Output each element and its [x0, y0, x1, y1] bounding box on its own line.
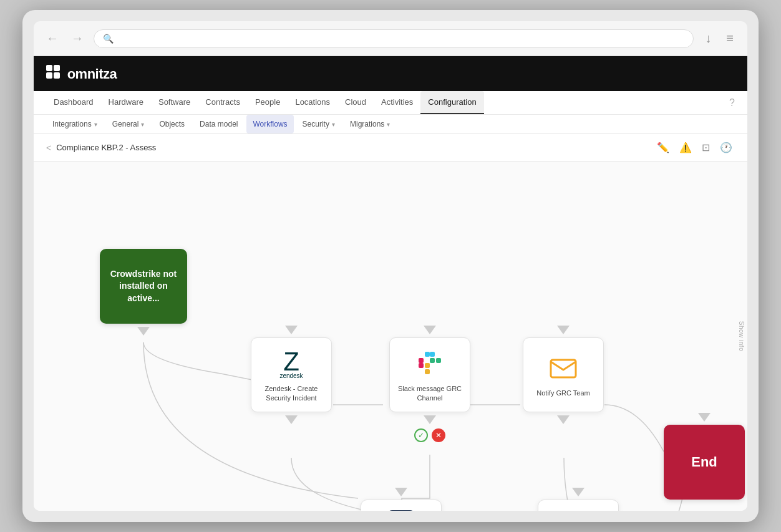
slack-connector-bottom — [421, 414, 439, 426]
breadcrumb-bar: < Compliance KBP.2 - Assess ✏️ ⚠️ ⊡ 🕐 — [34, 134, 747, 162]
notify-connector-bottom — [555, 414, 572, 426]
back-button[interactable]: ← — [44, 29, 61, 48]
zendesk-close-card[interactable]: Z zendesk Zendesk - Close Ticket — [538, 500, 619, 511]
show-info-container: Show info — [735, 316, 747, 356]
jamf-node[interactable]: j Jamf Deploy Crowdstrike ✓ ✕ — [361, 486, 442, 511]
svg-rect-7 — [425, 352, 430, 357]
sub-nav-security[interactable]: Security ▾ — [296, 115, 341, 133]
slack-success-badge[interactable]: ✓ — [414, 428, 428, 442]
help-icon[interactable]: ? — [729, 97, 735, 109]
top-nav: omnitza — [34, 56, 747, 91]
svg-rect-15 — [386, 510, 416, 511]
nav-cloud[interactable]: Cloud — [337, 91, 374, 114]
zendesk-create-label: Zendesk - Create Security Incident — [251, 384, 331, 404]
sub-nav-workflows[interactable]: Workflows — [246, 115, 293, 133]
svg-text:zendesk: zendesk — [279, 372, 303, 379]
svg-text:Z: Z — [283, 347, 299, 376]
zendesk-close-connector-top — [570, 486, 587, 498]
notify-card[interactable]: Notify GRC Team — [523, 337, 604, 412]
zendesk-close-node[interactable]: Z zendesk Zendesk - Close Ticket — [538, 486, 619, 511]
layout-button[interactable]: ⊡ — [699, 139, 712, 156]
sub-nav-data-model[interactable]: Data model — [193, 115, 244, 133]
slack-label: Slack message GRC Channel — [390, 384, 470, 404]
workflows-label: Workflows — [253, 120, 287, 128]
sub-nav: Integrations ▾ General ▾ Objects Data mo… — [34, 115, 747, 134]
jamf-card[interactable]: j Jamf Deploy Crowdstrike — [361, 500, 442, 511]
jamf-icon: j — [385, 509, 417, 511]
nav-locations[interactable]: Locations — [288, 91, 337, 114]
end-node[interactable]: End — [664, 411, 745, 500]
nav-activities[interactable]: Activities — [374, 91, 420, 114]
connector-triangle — [285, 415, 298, 424]
zendesk-create-icon: Z zendesk — [275, 347, 308, 379]
zendesk-create-node[interactable]: Z zendesk Zendesk - Create Security Inci… — [251, 324, 332, 426]
browser-content: omnitza Dashboard Hardware Software Cont… — [34, 56, 747, 511]
end-node-card[interactable]: End — [664, 425, 745, 500]
connector-triangle — [395, 488, 407, 496]
address-bar: 🔍 — [94, 29, 694, 48]
svg-rect-12 — [436, 358, 441, 363]
show-info-button[interactable]: Show info — [735, 316, 747, 356]
start-node-card[interactable]: Crowdstrike not installed on active... — [100, 249, 187, 324]
menu-button[interactable]: ≡ — [722, 29, 737, 48]
forward-button[interactable]: → — [69, 29, 86, 48]
sub-nav-integrations[interactable]: Integrations ▾ — [46, 115, 104, 133]
main-nav: Dashboard Hardware Software Contracts Pe… — [34, 91, 747, 115]
history-button[interactable]: 🕐 — [717, 139, 735, 156]
sub-nav-migrations[interactable]: Migrations ▾ — [344, 115, 396, 133]
nav-people[interactable]: People — [248, 91, 288, 114]
search-input[interactable] — [119, 34, 684, 43]
notify-icon — [547, 351, 580, 384]
slack-connector-top — [421, 324, 439, 336]
edit-button[interactable]: ✏️ — [654, 139, 672, 156]
nav-dashboard[interactable]: Dashboard — [46, 91, 101, 114]
nav-hardware[interactable]: Hardware — [101, 91, 151, 114]
notify-grc-node[interactable]: Notify GRC Team — [523, 324, 604, 426]
integrations-label: Integrations — [52, 120, 92, 128]
end-connector-top — [696, 411, 713, 423]
svg-rect-8 — [430, 358, 435, 363]
svg-rect-3 — [54, 72, 60, 79]
slack-error-badge[interactable]: ✕ — [432, 428, 445, 442]
download-button[interactable]: ↓ — [701, 29, 715, 48]
browser-chrome: ← → 🔍 ↓ ≡ — [34, 21, 747, 56]
notify-connector-top — [555, 324, 572, 336]
nav-contracts[interactable]: Contracts — [198, 91, 248, 114]
nav-configuration[interactable]: Configuration — [420, 91, 483, 114]
start-node[interactable]: Crowdstrike not installed on active... — [100, 249, 187, 337]
connector-triangle — [424, 415, 436, 424]
start-connector-bottom — [135, 325, 152, 337]
svg-rect-10 — [419, 363, 424, 368]
svg-rect-2 — [46, 72, 52, 79]
warning-button[interactable]: ⚠️ — [677, 139, 694, 156]
connector-triangle — [572, 488, 585, 496]
zendesk-create-connector-top — [283, 324, 300, 336]
sub-nav-objects[interactable]: Objects — [153, 115, 191, 133]
breadcrumb-left: < Compliance KBP.2 - Assess — [46, 143, 156, 153]
svg-rect-14 — [551, 360, 576, 377]
slack-node[interactable]: Slack message GRC Channel ✓ ✕ — [389, 324, 470, 442]
slack-card[interactable]: Slack message GRC Channel — [389, 337, 470, 412]
connector-triangle — [285, 326, 298, 334]
connector-triangle — [557, 415, 570, 424]
main-nav-items: Dashboard Hardware Software Contracts Pe… — [46, 91, 484, 114]
start-node-text: Crowdstrike not installed on active... — [107, 268, 180, 305]
slack-icon — [414, 347, 446, 379]
notify-label: Notify GRC Team — [531, 389, 594, 398]
logo: omnitza — [46, 65, 117, 82]
svg-rect-11 — [430, 352, 435, 357]
zendesk-create-card[interactable]: Z zendesk Zendesk - Create Security Inci… — [251, 337, 332, 412]
svg-rect-13 — [425, 369, 430, 374]
data-model-label: Data model — [200, 120, 238, 128]
nav-software[interactable]: Software — [151, 91, 198, 114]
jamf-connector-top — [392, 486, 410, 498]
migrations-label: Migrations — [350, 120, 384, 128]
workflow-canvas: Crowdstrike not installed on active... Z… — [34, 162, 747, 511]
breadcrumb-back-button[interactable]: < — [46, 143, 51, 153]
svg-rect-0 — [46, 65, 52, 71]
breadcrumb-title: Compliance KBP.2 - Assess — [56, 143, 156, 152]
connector-triangle — [698, 413, 711, 422]
objects-label: Objects — [159, 120, 185, 128]
integrations-chevron: ▾ — [94, 121, 97, 128]
sub-nav-general[interactable]: General ▾ — [106, 115, 151, 133]
